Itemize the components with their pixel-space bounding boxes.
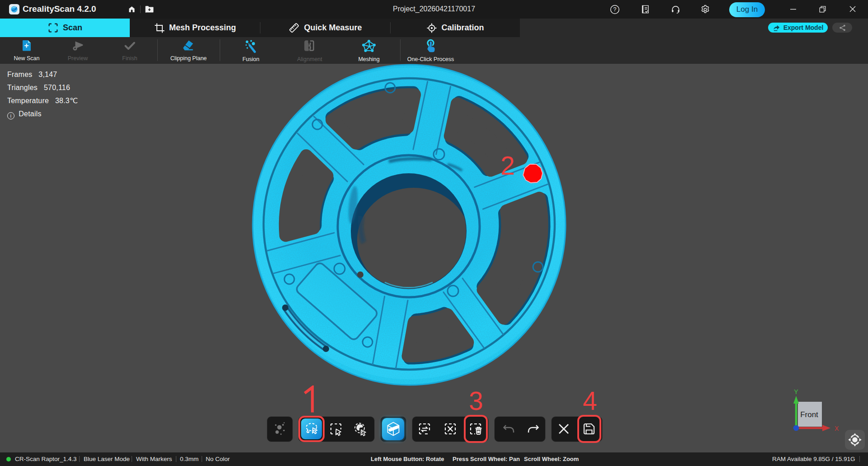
svg-text:?: ? (613, 6, 617, 13)
svg-text:Front: Front (800, 410, 818, 419)
svg-text:X: X (835, 425, 839, 432)
svg-text:Y: Y (794, 388, 798, 395)
